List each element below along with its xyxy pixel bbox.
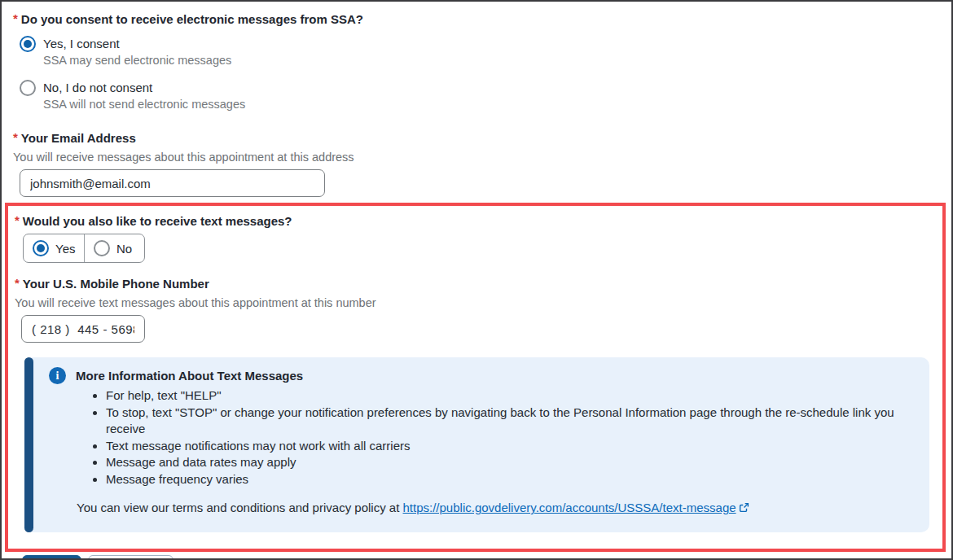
yes-option-label: Yes <box>55 242 75 256</box>
email-field-block: *Your Email Address You will receive mes… <box>13 130 951 197</box>
required-asterisk: * <box>15 276 20 290</box>
info-box-title: More Information About Text Messages <box>76 369 303 383</box>
form-navigation: Next Previous <box>22 555 951 560</box>
consent-question: *Do you consent to receive electronic me… <box>13 11 951 28</box>
yes-option[interactable]: Yes <box>24 234 84 262</box>
phone-label: Your U.S. Mobile Phone Number <box>23 277 209 291</box>
info-bullet: For help, text "HELP" <box>106 387 913 405</box>
info-bullet: Message frequency varies <box>106 471 913 488</box>
phone-field-block: *Your U.S. Mobile Phone Number You will … <box>11 276 933 343</box>
phone-helper-text: You will receive text messages about thi… <box>11 295 933 311</box>
info-icon: i <box>49 367 66 384</box>
consent-option-yes[interactable]: Yes, I consent <box>20 36 951 52</box>
yes-no-radio-group: Yes No <box>23 234 145 263</box>
email-label-row: *Your Email Address <box>13 130 951 147</box>
ssa-appointment-contact-form: { "consent_question": { "required_marker… <box>0 0 953 560</box>
terms-line: You can view our terms and conditions an… <box>77 501 913 516</box>
info-bullet-list: For help, text "HELP" To stop, text "STO… <box>49 387 913 488</box>
info-bullet: Message and data rates may apply <box>106 454 913 471</box>
email-helper-text: You will receive messages about this app… <box>13 150 951 165</box>
terms-prefix-text: You can view our terms and conditions an… <box>77 501 403 514</box>
email-label: Your Email Address <box>21 131 136 145</box>
next-button[interactable]: Next <box>22 555 81 560</box>
no-option[interactable]: No <box>84 234 144 262</box>
contact-preferences-section: *Do you consent to receive electronic me… <box>2 2 951 197</box>
text-question-label: Would you also like to receive text mess… <box>23 214 292 228</box>
highlighted-text-message-section: *Would you also like to receive text mes… <box>5 203 946 552</box>
consent-option-no[interactable]: No, I do not consent <box>20 80 951 96</box>
required-asterisk: * <box>15 213 20 227</box>
terms-link[interactable]: https://public.govdelivery.com/accounts/… <box>403 501 736 514</box>
phone-input[interactable] <box>21 315 145 343</box>
info-bullet: To stop, text "STOP" or change your noti… <box>106 405 913 438</box>
required-asterisk: * <box>13 11 18 25</box>
info-box-accent-bar <box>24 357 33 532</box>
consent-option-yes-label: Yes, I consent <box>43 36 120 52</box>
external-link-icon <box>738 501 750 516</box>
required-asterisk: * <box>13 130 18 144</box>
info-box-header: i More Information About Text Messages <box>49 367 913 384</box>
text-question-row: *Would you also like to receive text mes… <box>11 213 933 230</box>
info-bullet: Text message notifications may not work … <box>106 438 913 455</box>
previous-button[interactable]: Previous <box>88 555 173 560</box>
no-option-label: No <box>116 242 132 256</box>
radio-selected-icon[interactable] <box>33 240 49 256</box>
phone-label-row: *Your U.S. Mobile Phone Number <box>11 276 933 292</box>
consent-question-label: Do you consent to receive electronic mes… <box>21 12 363 26</box>
consent-option-no-label: No, I do not consent <box>43 80 152 96</box>
consent-option-yes-description: SSA may send electronic messages <box>43 53 951 68</box>
email-input[interactable] <box>20 169 325 197</box>
radio-selected-icon[interactable] <box>20 36 36 52</box>
consent-option-no-description: SSA will not send electronic messages <box>43 97 951 112</box>
radio-unselected-icon[interactable] <box>94 240 110 256</box>
text-message-info-box: i More Information About Text Messages F… <box>24 357 929 532</box>
radio-unselected-icon[interactable] <box>20 80 36 96</box>
